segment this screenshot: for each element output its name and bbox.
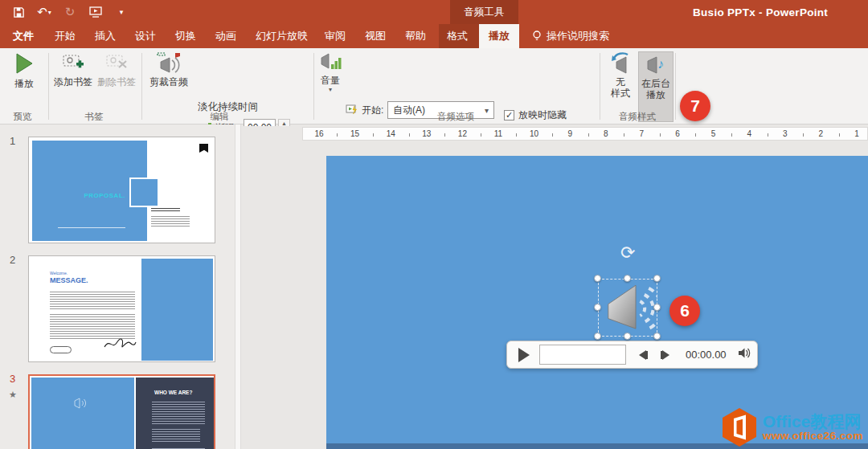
group-divider (600, 53, 600, 120)
tab-transitions[interactable]: 切换 (172, 24, 199, 48)
trim-audio-icon (156, 51, 182, 74)
player-volume-icon[interactable] (738, 347, 751, 362)
watermark-site-name: Office教程网 (763, 413, 863, 431)
ribbon-tab-bar: 文件 开始 插入 设计 切换 动画 幻灯片放映 审阅 视图 帮助 格式 播放 操… (0, 24, 868, 48)
tab-help[interactable]: 帮助 (402, 24, 429, 48)
slide-3-animation-star-icon: ★ (9, 390, 17, 400)
player-move-back-button[interactable] (639, 350, 648, 360)
save-icon[interactable] (11, 5, 26, 19)
start-option-icon (346, 104, 358, 115)
watermark-text: Office教程网 www.office26.com (763, 413, 863, 442)
tab-playback-active[interactable]: 播放 (479, 24, 519, 48)
slide3-title: WHO WE ARE? (154, 390, 192, 395)
no-style-label: 无样式 (611, 76, 630, 99)
slide2-button-shape (50, 346, 72, 353)
no-style-button[interactable]: 无样式 (604, 51, 637, 99)
play-icon (13, 51, 35, 76)
annotation-badge-7: 7 (680, 91, 710, 121)
tab-home[interactable]: 开始 (51, 24, 79, 48)
slide-2-thumbnail[interactable]: Welcome. MESSAGE. (28, 255, 215, 362)
resize-handle-sw[interactable] (594, 333, 601, 340)
group-divider (48, 53, 49, 120)
audio-player-bar: 00:00.00 (506, 341, 758, 369)
resize-handle-e[interactable] (653, 304, 661, 311)
panel-scrollbar[interactable] (235, 124, 241, 449)
tell-me-search[interactable]: 操作说明搜索 (543, 24, 612, 48)
trim-audio-label: 剪裁音频 (149, 76, 188, 88)
slide-area[interactable] (326, 156, 868, 443)
resize-handle-nw[interactable] (594, 275, 601, 282)
window-title: Busio PPTx - PowerPoint (693, 0, 828, 24)
player-move-forward-button[interactable] (661, 350, 669, 360)
tab-design[interactable]: 设计 (132, 24, 159, 48)
volume-button[interactable]: 音量 ▾ (317, 51, 344, 93)
slide2-signature (103, 337, 137, 351)
remove-bookmark-button-disabled: 删除书签 (95, 51, 138, 88)
add-bookmark-label: 添加书签 (54, 76, 92, 88)
tab-slideshow[interactable]: 幻灯片放映 (252, 24, 311, 48)
resize-handle-ne[interactable] (653, 275, 661, 282)
add-bookmark-icon (61, 51, 85, 74)
remove-bookmark-icon (104, 51, 129, 74)
group-divider (141, 53, 142, 120)
player-play-button[interactable] (518, 348, 530, 362)
resize-handle-se[interactable] (653, 333, 661, 340)
resize-handle-w[interactable] (594, 304, 601, 311)
undo-icon[interactable]: ↶▾ (37, 5, 51, 19)
checkbox-hide-during-show[interactable]: ✓ 放映时隐藏 (504, 108, 567, 122)
add-bookmark-button[interactable]: 添加书签 (51, 51, 95, 88)
play-in-background-icon: ♪ (644, 55, 668, 76)
no-style-icon (608, 51, 633, 74)
checkbox-box: ✓ (504, 110, 514, 120)
slide1-logo (199, 144, 208, 153)
play-preview-label: 播放 (14, 78, 34, 89)
watermark-url: www.office26.com (763, 431, 863, 442)
office-logo-icon (721, 407, 758, 447)
play-preview-button[interactable]: 播放 (6, 51, 42, 89)
audio-tools-context-header: 音频工具 (450, 0, 518, 24)
volume-label: 音量 (321, 75, 340, 86)
slide2-subtitle: Welcome. (50, 271, 68, 276)
horizontal-ruler: 16151413121110987654321 (302, 127, 868, 141)
player-time-display: 00:00.00 (686, 349, 727, 361)
player-progress-bar[interactable] (539, 345, 626, 365)
group-divider (675, 53, 676, 120)
redo-icon: ↻ (63, 5, 77, 19)
slide2-title: MESSAGE. (50, 276, 88, 284)
start-label: 开始: (362, 104, 383, 117)
play-in-background-label: 在后台播放 (641, 78, 670, 100)
tab-view[interactable]: 视图 (362, 24, 389, 48)
group-label-edit: 编辑 (171, 111, 268, 123)
group-label-audio-styles: 音频样式 (589, 111, 686, 123)
slide-3-thumbnail-selected[interactable]: WHO WE ARE? (28, 374, 215, 449)
slide-1-number: 1 (10, 135, 15, 147)
resize-handle-n[interactable] (624, 275, 631, 282)
group-divider (313, 53, 314, 120)
tab-insert[interactable]: 插入 (92, 24, 119, 48)
tab-file[interactable]: 文件 (10, 24, 37, 48)
trim-audio-button[interactable]: 剪裁音频 (146, 51, 191, 88)
group-label-audio-options: 音频选项 (407, 111, 504, 123)
remove-bookmark-label: 删除书签 (97, 76, 136, 88)
ribbon-playback: 播放 预览 添加书签 删除书签 书签 (0, 48, 868, 124)
title-bar: ↶▾ ↻ ▾ 音频工具 Busio PPTx - PowerPoint (0, 0, 868, 24)
annotation-badge-6: 6 (669, 296, 700, 326)
tab-animations[interactable]: 动画 (212, 24, 240, 48)
watermark: Office教程网 www.office26.com (721, 407, 863, 447)
tab-review[interactable]: 审阅 (321, 24, 349, 48)
customize-qat-icon[interactable]: ▾ (114, 5, 129, 19)
slide-2-number: 2 (10, 254, 15, 266)
slide-editing-canvas: ⟳ 6 (241, 141, 868, 449)
slide-3-number: 3 (10, 373, 15, 385)
start-slideshow-icon[interactable] (88, 5, 103, 19)
slide1-square-shape (129, 178, 159, 207)
rotate-handle[interactable]: ⟳ (620, 244, 635, 262)
slide-1-thumbnail[interactable]: PROPOSAL. (28, 137, 215, 243)
tab-format[interactable]: 格式 (444, 24, 471, 48)
powerpoint-window: ↶▾ ↻ ▾ 音频工具 Busio PPTx - PowerPoint 文件 开… (0, 0, 868, 449)
resize-handle-s[interactable] (624, 333, 631, 340)
audio-speaker-icon[interactable] (600, 280, 657, 337)
svg-text:♪: ♪ (657, 57, 664, 71)
audio-object-selection-box[interactable] (598, 279, 657, 337)
quick-access-toolbar: ↶▾ ↻ ▾ (11, 0, 129, 24)
